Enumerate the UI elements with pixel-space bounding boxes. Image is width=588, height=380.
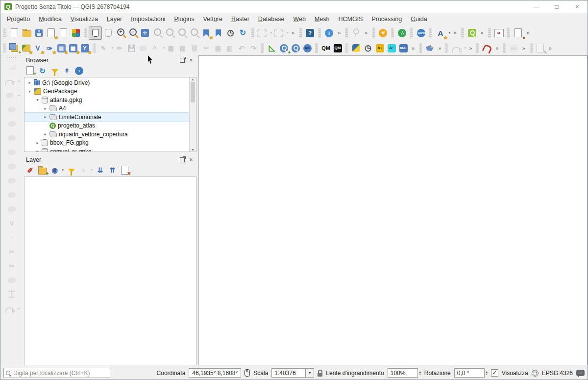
menu-item[interactable]: Impostazioni [126, 15, 170, 24]
paste-features-button[interactable]: ▥ [224, 43, 236, 54]
zoom-in-button[interactable]: + [114, 27, 126, 39]
delete-selected-button[interactable] [189, 43, 200, 54]
tree-item[interactable]: ▸ bbox_FG.gpkg [24, 139, 189, 148]
sun-calc-button[interactable]: ☀ [377, 27, 389, 39]
overflow-chevron[interactable]: » [549, 45, 552, 51]
style-manager-button[interactable] [70, 27, 82, 39]
offset-curve-button[interactable]: ▾ [450, 43, 462, 54]
zoom-to-native-button[interactable]: + [278, 43, 290, 54]
expander-icon[interactable]: ▸ [35, 141, 40, 145]
overflow-chevron[interactable]: » [292, 30, 294, 36]
python-console-button[interactable] [350, 43, 362, 54]
add-selected-layers-button[interactable]: + [25, 66, 35, 76]
tree-item[interactable]: ▸ riquadri_vettore_copertura [24, 130, 189, 139]
menu-item[interactable]: Guida [406, 15, 431, 24]
browser-properties-button[interactable]: i [74, 66, 84, 76]
layout-notes-button[interactable]: ✎ [535, 43, 546, 54]
tree-item[interactable]: ▸ G:\ (Google Drive) [24, 78, 189, 87]
field-calculator-button[interactable]: ⁄×▾ [149, 43, 161, 54]
temporal-controller-button[interactable]: ◷ [224, 27, 237, 39]
topology-checker-button[interactable] [424, 43, 436, 54]
crs-label[interactable]: EPSG:4326 [542, 370, 573, 377]
add-mesh-layer-button[interactable]: ✑★ [44, 43, 55, 54]
browser-scrollbar[interactable]: ▲ ▼ [189, 77, 196, 152]
chevron-down-icon[interactable]: ▾ [449, 31, 451, 35]
filter-browser-button[interactable] [49, 66, 60, 76]
qm-console-button[interactable]: QM [332, 43, 343, 54]
data-source-manager-button[interactable]: + [8, 43, 20, 54]
menu-item[interactable]: Modifica [34, 15, 66, 24]
locator-input[interactable] [12, 369, 108, 377]
measure-area-button[interactable] [5, 61, 18, 73]
merge-features-button[interactable]: ✂ [5, 260, 18, 272]
measure-button[interactable]: ◺ [266, 43, 278, 54]
scroll-down-icon[interactable]: ▼ [191, 148, 195, 152]
zoom-next-button[interactable] [188, 27, 200, 39]
close-button[interactable]: × [567, 0, 588, 13]
add-part-button[interactable] [5, 146, 18, 158]
add-feature-button[interactable]: ✏ [114, 43, 125, 54]
expander-icon[interactable]: ▾ [35, 98, 40, 102]
pan-map-button[interactable] [89, 26, 102, 40]
crs-globe-icon[interactable] [532, 370, 539, 377]
new-project-button[interactable] [8, 27, 21, 39]
collapse-all-layers-button[interactable]: ⇈ [107, 165, 118, 175]
tree-item[interactable]: ▸ LimiteComunale [24, 113, 189, 122]
select-features-button[interactable]: ▾ [256, 27, 268, 39]
chevron-down-icon[interactable]: ▾ [287, 31, 289, 35]
menu-item[interactable]: Visualizza [66, 15, 102, 24]
zoom-to-selection-button[interactable] [151, 27, 163, 39]
redo-button[interactable]: ↷ [247, 43, 259, 54]
osm-place-search-button[interactable] [466, 27, 478, 39]
expander-icon[interactable]: ▸ [43, 115, 48, 119]
add-raster-layer-button[interactable]: ▦★ [67, 43, 79, 54]
trim-extend-button[interactable] [5, 288, 18, 301]
delete-part-button[interactable] [5, 189, 18, 201]
add-wfs-layer-button[interactable]: Y★ [79, 43, 91, 54]
spinner-arrows-icon[interactable] [486, 371, 488, 376]
search-layers-button[interactable]: oo [301, 43, 313, 54]
circular-string-button[interactable]: ▾ [3, 75, 16, 87]
overflow-chevron[interactable]: » [469, 45, 472, 51]
open-project-button[interactable] [21, 27, 33, 39]
split-parts-button[interactable]: ✂ [5, 246, 18, 258]
chevron-down-icon[interactable]: ▾ [163, 46, 165, 50]
toolbar-grip[interactable] [7, 57, 17, 60]
scroll-up-icon[interactable]: ▲ [191, 77, 195, 81]
tree-item[interactable]: ▸ comuni_rs.gpkg [24, 147, 189, 152]
browser-close-button[interactable] [188, 57, 195, 63]
maximize-button[interactable]: □ [546, 0, 567, 13]
zoom-out-button[interactable]: − [126, 27, 139, 39]
overflow-chevron[interactable]: » [527, 30, 530, 36]
menu-item[interactable]: Web [289, 15, 310, 24]
rotation-input[interactable]: 0,0 ° [454, 368, 485, 378]
layer-list[interactable] [24, 177, 196, 365]
profile-tool-button[interactable]: ≈ [493, 27, 505, 39]
www-globe-button[interactable]: www [415, 27, 427, 39]
copy-style-button[interactable] [137, 43, 149, 54]
add-group-button[interactable]: + [37, 165, 48, 175]
chevron-down-icon[interactable]: ▾ [270, 31, 272, 35]
attribute-table-button[interactable]: ▤ [177, 43, 189, 54]
minimize-button[interactable]: — [526, 0, 546, 13]
chevron-down-icon[interactable]: ▾ [18, 79, 20, 83]
menu-item[interactable]: Vettore [198, 15, 227, 24]
chevron-down-icon[interactable]: ▾ [18, 307, 20, 311]
deselect-features-button[interactable]: ▾ [272, 27, 285, 39]
expand-all-button[interactable]: ⇊ [95, 165, 105, 175]
open-layer-styling-button[interactable]: ✐ [25, 165, 35, 175]
messages-button[interactable] [576, 370, 585, 376]
menu-item[interactable]: Database [254, 15, 289, 24]
collapse-all-button[interactable]: ↟ [62, 66, 72, 76]
save-project-button[interactable] [33, 27, 45, 39]
identify-features-button[interactable]: i [323, 27, 335, 39]
filter-expression-button[interactable]: ε▾ [78, 165, 89, 175]
layer-close-button[interactable] [188, 157, 195, 163]
menu-item[interactable]: Mesh [310, 15, 334, 24]
help-button[interactable]: ? [304, 27, 316, 39]
menu-item[interactable]: Progetto [2, 15, 34, 24]
chevron-down-icon[interactable]: ▾ [111, 46, 113, 50]
overflow-chevron[interactable]: » [453, 30, 456, 36]
tree-item[interactable]: ▾ atlante.gpkg [24, 96, 189, 104]
save-edits-button[interactable] [125, 43, 137, 54]
